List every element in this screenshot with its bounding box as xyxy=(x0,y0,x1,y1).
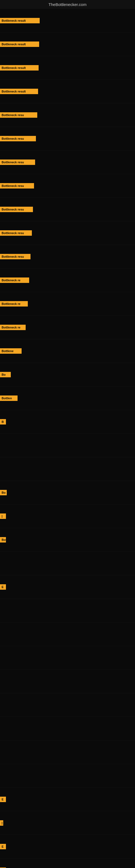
list-item: Bottleneck resu xyxy=(0,198,135,221)
bottleneck-badge[interactable]: Bo xyxy=(0,372,11,377)
list-item xyxy=(0,717,135,741)
list-item: Bottleneck resu xyxy=(0,221,135,245)
list-item: Bottleneck resu xyxy=(0,174,135,198)
bottleneck-badge[interactable]: Bottleneck resu xyxy=(0,230,32,236)
bottleneck-badge[interactable]: | xyxy=(0,820,3,826)
bottleneck-badge[interactable]: Bottleneck re xyxy=(0,301,28,307)
bottleneck-badge[interactable]: E xyxy=(0,584,6,590)
list-item: Bottleneck result xyxy=(0,33,135,56)
bottleneck-badge[interactable]: Bottleneck resu xyxy=(0,159,35,165)
list-item: B xyxy=(0,410,135,434)
list-item: Bottleneck result xyxy=(0,9,135,33)
bottleneck-badge[interactable]: Bottleneck re xyxy=(0,325,26,330)
items-container: Bottleneck resultBottleneck resultBottle… xyxy=(0,9,135,868)
bottleneck-badge[interactable]: E xyxy=(0,844,6,849)
bottleneck-badge[interactable]: Bottleneck resu xyxy=(0,254,31,259)
bottleneck-badge[interactable]: Bottleneck resu xyxy=(0,136,36,141)
list-item: Bottleneck result xyxy=(0,56,135,80)
list-item: Bottleneck resu xyxy=(0,151,135,174)
list-item: Bo xyxy=(0,481,135,504)
list-item: Bottlen xyxy=(0,386,135,410)
list-item: Bottleneck resu xyxy=(0,127,135,151)
list-item: Bottleneck re xyxy=(0,269,135,292)
list-item xyxy=(0,646,135,670)
list-item xyxy=(0,434,135,457)
bottleneck-badge[interactable]: Bottleneck result xyxy=(0,65,39,70)
list-item: | xyxy=(0,811,135,835)
list-item xyxy=(0,693,135,717)
bottleneck-badge[interactable]: Bottleneck resu xyxy=(0,112,37,118)
list-item: Bo xyxy=(0,363,135,386)
bottleneck-badge[interactable]: Bottleneck resu xyxy=(0,183,34,188)
list-item: Bottlene xyxy=(0,339,135,363)
list-item: B xyxy=(0,859,135,868)
bottleneck-badge[interactable]: Bottlene xyxy=(0,348,21,354)
list-item: Bottleneck resu xyxy=(0,103,135,127)
list-item xyxy=(0,599,135,622)
bottleneck-badge[interactable]: Bottleneck result xyxy=(0,18,40,23)
bottleneck-badge[interactable]: E xyxy=(0,797,6,802)
list-item xyxy=(0,670,135,693)
bottleneck-badge[interactable]: Bott xyxy=(0,537,6,542)
list-item xyxy=(0,741,135,764)
bottleneck-badge[interactable]: | xyxy=(0,514,6,519)
list-item: Bottleneck result xyxy=(0,80,135,103)
bottleneck-badge[interactable]: Bottleneck re xyxy=(0,278,29,283)
bottleneck-badge[interactable]: Bottleneck result xyxy=(0,41,39,47)
list-item: Bottleneck re xyxy=(0,292,135,316)
list-item: | xyxy=(0,504,135,528)
list-item xyxy=(0,622,135,646)
bottleneck-badge[interactable]: Bottleneck result xyxy=(0,89,38,94)
bottleneck-badge[interactable]: B xyxy=(0,419,6,425)
page-header: TheBottlenecker.com xyxy=(0,0,135,9)
list-item xyxy=(0,552,135,575)
site-title: TheBottlenecker.com xyxy=(49,2,87,7)
list-item xyxy=(0,764,135,788)
list-item: E xyxy=(0,788,135,811)
list-item: Bottleneck resu xyxy=(0,245,135,269)
bottleneck-badge[interactable]: Bottlen xyxy=(0,396,17,401)
list-item: E xyxy=(0,835,135,859)
list-item: E xyxy=(0,575,135,599)
list-item xyxy=(0,457,135,481)
bottleneck-badge[interactable]: Bottleneck resu xyxy=(0,207,33,212)
list-item: Bottleneck re xyxy=(0,316,135,339)
bottleneck-badge[interactable]: Bo xyxy=(0,490,7,495)
list-item: Bott xyxy=(0,528,135,552)
